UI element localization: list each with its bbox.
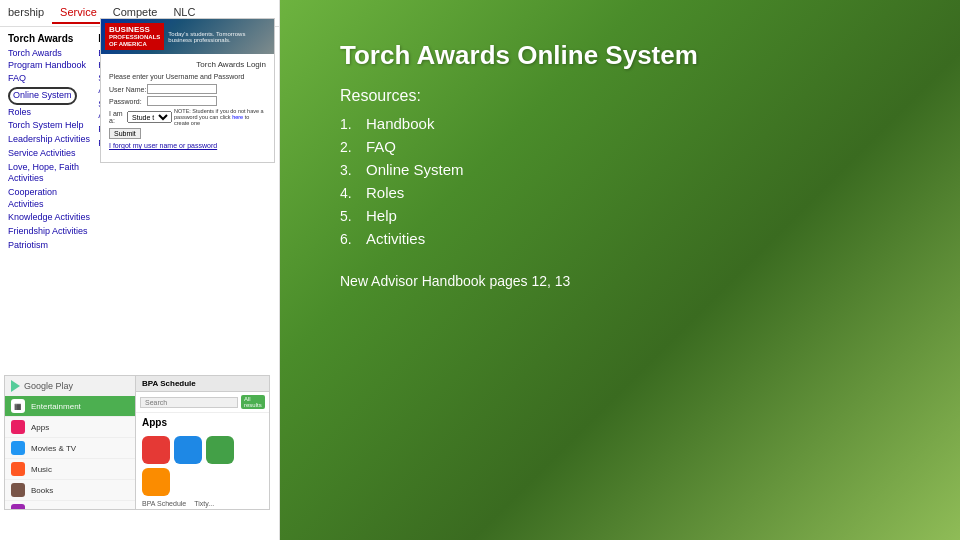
entertainment-label: Entertainment — [31, 402, 81, 411]
username-label: User Name: — [109, 86, 147, 93]
bpa-sched-title: BPA Schedule — [136, 376, 269, 392]
play-header: Google Play — [5, 376, 138, 396]
menu-torch-leadership[interactable]: Leadership Activities — [8, 134, 90, 146]
menu-torch-love[interactable]: Love, Hope, Faith Activities — [8, 162, 90, 185]
new-advisor-note: New Advisor Handbook pages 12, 13 — [340, 273, 900, 289]
iam-select[interactable]: Stude t — [127, 111, 172, 123]
app-labels: BPA Schedule Tixty... — [136, 500, 269, 507]
menu-torch-handbook[interactable]: Torch Awards Program Handbook — [8, 48, 90, 71]
bpa-app-icons — [136, 432, 269, 500]
play-movies-row[interactable]: Movies & TV — [5, 438, 138, 459]
list-num-1: 1. — [340, 116, 358, 132]
list-num-3: 3. — [340, 162, 358, 178]
bpa-logo-business: BUSINESS — [109, 25, 160, 35]
app-icon-4[interactable] — [142, 468, 170, 496]
list-num-2: 2. — [340, 139, 358, 155]
resource-list: 1. Handbook 2. FAQ 3. Online System 4. R… — [340, 115, 900, 253]
list-text-2: FAQ — [366, 138, 396, 155]
resources-label: Resources: — [340, 87, 900, 105]
play-entertainment-row[interactable]: ▦ Entertainment — [5, 396, 138, 417]
app-icon-3[interactable] — [206, 436, 234, 464]
bpa-sched-search-row: All results — [136, 392, 269, 413]
menu-torch-friendship[interactable]: Friendship Activities — [8, 226, 90, 238]
password-row: Password: — [109, 96, 266, 106]
nav-item-service[interactable]: Service — [52, 2, 105, 24]
entertainment-icon: ▦ — [11, 399, 25, 413]
list-item-5: 5. Help — [340, 207, 900, 224]
bpa-schedule-panel: BPA Schedule All results Apps BPA Schedu… — [135, 375, 270, 510]
menu-torch-knowledge[interactable]: Knowledge Activities — [8, 212, 90, 224]
menu-torch-patriotism[interactable]: Patriotism — [8, 240, 90, 252]
list-num-4: 4. — [340, 185, 358, 201]
apps-icon — [11, 420, 25, 434]
list-item-1: 1. Handbook — [340, 115, 900, 132]
bpa-schedule-icon[interactable] — [142, 436, 170, 464]
menu-torch-faq[interactable]: FAQ — [8, 73, 90, 85]
section-title: Torch Awards Online System — [340, 40, 900, 71]
list-item-6: 6. Activities — [340, 230, 900, 247]
submit-button[interactable]: Submit — [109, 128, 141, 139]
password-label: Password: — [109, 98, 147, 105]
list-num-6: 6. — [340, 231, 358, 247]
username-row: User Name: — [109, 84, 266, 94]
username-input[interactable] — [147, 84, 217, 94]
bpa-search-input[interactable] — [140, 397, 238, 408]
list-text-4: Roles — [366, 184, 404, 201]
newsstand-label: Newsstand — [31, 507, 71, 511]
bpa-logo: BUSINESS PROFESSIONALS OF AMERICA — [105, 23, 164, 51]
apps-label: Apps — [31, 423, 49, 432]
list-text-3: Online System — [366, 161, 464, 178]
login-note: NOTE: Students if you do not have a pass… — [174, 108, 266, 126]
iam-label: I am a: — [109, 110, 127, 124]
play-logo: Google Play — [11, 380, 73, 392]
play-label: Google Play — [24, 381, 73, 391]
list-item-4: 4. Roles — [340, 184, 900, 201]
play-music-row[interactable]: Music — [5, 459, 138, 480]
newsstand-icon — [11, 504, 25, 510]
menu-torch-cooperation[interactable]: Cooperation Activities — [8, 187, 90, 210]
left-panel: bership Service Compete NLC Torch Awards… — [0, 0, 280, 540]
torch-awards-title: Torch Awards — [8, 33, 90, 44]
list-num-5: 5. — [340, 208, 358, 224]
login-screenshot: BUSINESS PROFESSIONALS OF AMERICA Today'… — [100, 18, 275, 163]
menu-torch-online-system[interactable]: Online System — [8, 87, 77, 105]
google-play-screenshot: Google Play ▦ Entertainment Apps Movies … — [4, 375, 139, 510]
play-apps-row[interactable]: Apps — [5, 417, 138, 438]
menu-torch-system-help[interactable]: Torch System Help — [8, 120, 90, 132]
login-body: Torch Awards Login Please enter your Use… — [101, 54, 274, 155]
play-books-row[interactable]: Books — [5, 480, 138, 501]
bpa-apps-title: Apps — [136, 413, 269, 432]
login-header: BUSINESS PROFESSIONALS OF AMERICA Today'… — [101, 19, 274, 54]
books-icon — [11, 483, 25, 497]
right-panel: Torch Awards Online System Resources: 1.… — [280, 0, 960, 540]
iam-row: I am a: Stude t NOTE: Students if you do… — [109, 108, 266, 126]
list-text-1: Handbook — [366, 115, 434, 132]
menu-torch-roles[interactable]: Roles — [8, 107, 90, 119]
list-text-6: Activities — [366, 230, 425, 247]
music-icon — [11, 462, 25, 476]
movies-label: Movies & TV — [31, 444, 76, 453]
login-prompt: Please enter your Username and Password — [109, 73, 266, 80]
menu-torch-service[interactable]: Service Activities — [8, 148, 90, 160]
bpa-logo-professionals: PROFESSIONALS — [109, 34, 160, 41]
password-input[interactable] — [147, 96, 217, 106]
bpa-logo-of-america: OF AMERICA — [109, 41, 160, 48]
books-label: Books — [31, 486, 53, 495]
play-icon — [11, 380, 20, 392]
list-item-3: 3. Online System — [340, 161, 900, 178]
list-item-2: 2. FAQ — [340, 138, 900, 155]
nav-item-membership[interactable]: bership — [0, 2, 52, 24]
tixty-label: Tixty... — [194, 500, 214, 507]
torch-awards-col: Torch Awards Torch Awards Program Handbo… — [4, 31, 94, 255]
bpa-schedule-label: BPA Schedule — [142, 500, 186, 507]
login-title: Torch Awards Login — [109, 60, 266, 69]
bpa-tagline: Today's students. Tomorrows business pro… — [168, 31, 270, 43]
forgot-link[interactable]: I forgot my user name or password — [109, 142, 266, 149]
play-newsstand-row[interactable]: Newsstand — [5, 501, 138, 510]
all-results-btn[interactable]: All results — [241, 395, 265, 409]
movies-icon — [11, 441, 25, 455]
app-icon-2[interactable] — [174, 436, 202, 464]
list-text-5: Help — [366, 207, 397, 224]
music-label: Music — [31, 465, 52, 474]
